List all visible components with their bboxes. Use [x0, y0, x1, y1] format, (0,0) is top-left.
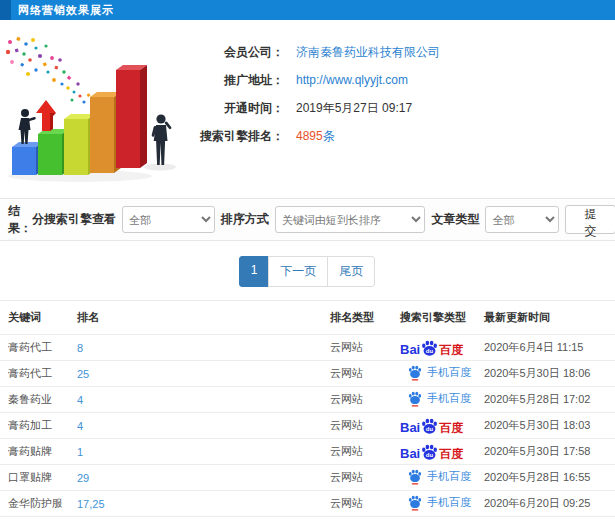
baidu-logo-bai-text: Bai [400, 343, 420, 356]
hero-section: 会员公司： 济南秦鲁药业科技有限公司 推广地址： http://www.qlyy… [0, 26, 615, 190]
updated-time-cell: 2020年5月28日 17:02 [484, 387, 615, 413]
engine-filter-select[interactable]: 全部 [122, 206, 215, 233]
table-header-row: 关键词 排名 排名类型 搜索引擎类型 最新更新时间 [0, 301, 615, 335]
baidu-logo-cn-text: 百度 [439, 344, 463, 356]
baidu-paw-icon: du [421, 340, 438, 357]
table-row: 秦鲁药业 4 云网站 手机百度 2020年5月28日 17:02 [0, 387, 615, 413]
rank-cell: 29 [77, 465, 330, 491]
svg-text:du: du [426, 452, 434, 458]
table-row: 膏药加工 4 云网站 Bai du 百度 2020年5月30日 18:03 [0, 413, 615, 439]
col-keyword: 关键词 [0, 301, 77, 335]
sort-label: 排序方式 [221, 211, 269, 228]
keyword-cell: 秦鲁药业 [0, 387, 77, 413]
keyword-cell: 膏药贴牌 [0, 439, 77, 465]
table-row: 膏药代工 8 云网站 Bai du 百度 2020年6月4日 11:15 [0, 335, 615, 361]
bar-red [116, 65, 147, 168]
rank-cell: 17,25 [77, 491, 330, 517]
engine-cell: 手机百度 [400, 491, 484, 517]
table-row: 口罩贴牌 29 云网站 手机百度 2020年5月28日 16:55 [0, 465, 615, 491]
pagination: 1 下一页 尾页 [0, 256, 615, 287]
results-table-body: 膏药代工 8 云网站 Bai du 百度 2020年6月4日 11:15 膏药代… [0, 335, 615, 520]
baidu-paw-icon: du [421, 444, 438, 461]
baidu-paw-icon: du [421, 418, 438, 435]
table-row: 金华防护服 17,25 云网站 手机百度 2020年6月20日 09:25 [0, 491, 615, 517]
company-label: 会员公司： [188, 44, 284, 61]
keyword-cell: 膏药加工 [0, 413, 77, 439]
open-time-label: 开通时间： [188, 100, 284, 117]
updated-time-cell: 2020年6月20日 09:25 [484, 491, 615, 517]
mobile-baidu-label: 手机百度 [427, 469, 471, 484]
rank-link[interactable]: 8 [77, 342, 83, 354]
up-arrow [36, 100, 56, 131]
keyword-cell: 口罩贴牌 [0, 465, 77, 491]
rank-link[interactable]: 17,25 [77, 498, 105, 510]
engine-cell: 手机百度 [400, 465, 484, 491]
rank-link[interactable]: 29 [77, 472, 89, 484]
table-row: 福建防护服 10 云网站 手机百度 2020年6月4日 11:10 [0, 517, 615, 520]
baidu-logo-cn-text: 百度 [439, 422, 463, 434]
updated-time-cell: 2020年6月4日 11:15 [484, 335, 615, 361]
rank-link[interactable]: 4 [77, 420, 83, 432]
mobile-baidu-logo: 手机百度 [408, 365, 471, 381]
last-page-button[interactable]: 尾页 [327, 256, 375, 287]
col-rank: 排名 [77, 301, 330, 335]
baidu-logo: Bai du 百度 [400, 444, 463, 460]
mobile-baidu-logo: 手机百度 [408, 391, 471, 407]
rank-type-cell: 云网站 [330, 413, 400, 439]
baidu-logo-cn-text: 百度 [439, 448, 463, 460]
filter-bar: 结果： 分搜索引擎查看 全部 排序方式 关键词由短到长排序 文章类型 全部 提交 [0, 198, 615, 241]
sort-select[interactable]: 关键词由短到长排序 [275, 206, 426, 233]
mobile-baidu-label: 手机百度 [427, 365, 471, 380]
engine-cell: Bai du 百度 [400, 439, 484, 465]
confetti-dots [6, 37, 91, 104]
rank-link[interactable]: 25 [77, 368, 89, 380]
engine-rank-label: 搜索引擎排名： [188, 128, 284, 145]
rank-link[interactable]: 1 [77, 446, 83, 458]
rank-cell: 8 [77, 335, 330, 361]
businessman-right [151, 114, 172, 165]
keyword-cell: 膏药代工 [0, 335, 77, 361]
keyword-cell: 金华防护服 [0, 491, 77, 517]
header-accent-block [0, 0, 11, 20]
engine-cell: 手机百度 [400, 361, 484, 387]
result-label: 结果： [8, 203, 32, 237]
company-link[interactable]: 济南秦鲁药业科技有限公司 [296, 44, 440, 61]
baidu-logo-bai-text: Bai [400, 421, 420, 434]
filter-controls: 分搜索引擎查看 全部 排序方式 关键词由短到长排序 文章类型 全部 提交 [32, 205, 615, 234]
engine-rank-value: 4895条 [296, 128, 335, 145]
rank-type-cell: 云网站 [330, 465, 400, 491]
page-title: 网络营销效果展示 [18, 3, 114, 18]
mobile-baidu-logo: 手机百度 [408, 469, 471, 485]
rank-type-cell: 云网站 [330, 439, 400, 465]
engine-filter-label: 分搜索引擎查看 [32, 211, 116, 228]
rank-cell: 1 [77, 439, 330, 465]
article-type-select[interactable]: 全部 [485, 206, 558, 233]
baidu-logo: Bai du 百度 [400, 418, 463, 434]
next-page-button[interactable]: 下一页 [268, 256, 328, 287]
rank-link[interactable]: 4 [77, 394, 83, 406]
growth-chart-illustration [0, 26, 188, 190]
rank-unit: 条 [323, 129, 335, 143]
rank-type-cell: 云网站 [330, 517, 400, 520]
engine-cell: Bai du 百度 [400, 335, 484, 361]
promo-url-link[interactable]: http://www.qlyyjt.com [296, 73, 408, 87]
rank-cell: 25 [77, 361, 330, 387]
page-1-button[interactable]: 1 [239, 256, 270, 287]
mobile-baidu-paw-icon [408, 391, 422, 407]
mobile-baidu-label: 手机百度 [427, 391, 471, 406]
updated-time-cell: 2020年5月30日 18:03 [484, 413, 615, 439]
mobile-baidu-logo: 手机百度 [408, 495, 471, 511]
rank-cell: 4 [77, 387, 330, 413]
info-row-url: 推广地址： http://www.qlyyjt.com [188, 66, 440, 94]
rank-type-cell: 云网站 [330, 361, 400, 387]
businessman-left [19, 109, 37, 144]
col-engine-type: 搜索引擎类型 [400, 301, 484, 335]
engine-cell: Bai du 百度 [400, 413, 484, 439]
updated-time-cell: 2020年5月30日 18:06 [484, 361, 615, 387]
updated-time-cell: 2020年5月30日 17:58 [484, 439, 615, 465]
mobile-baidu-label: 手机百度 [427, 495, 471, 510]
rank-type-cell: 云网站 [330, 335, 400, 361]
submit-button[interactable]: 提交 [565, 205, 615, 234]
baidu-logo: Bai du 百度 [400, 340, 463, 356]
info-row-open-time: 开通时间： 2019年5月27日 09:17 [188, 94, 440, 122]
